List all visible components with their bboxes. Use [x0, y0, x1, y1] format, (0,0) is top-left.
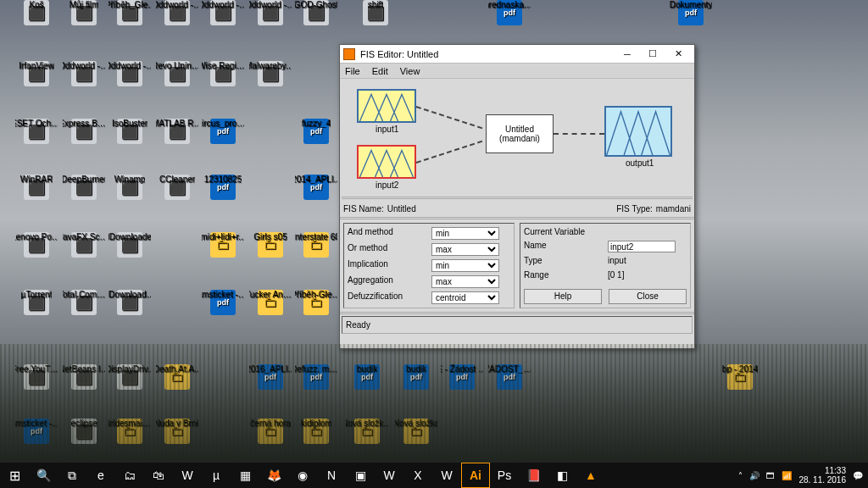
implication-select[interactable]: min: [431, 259, 499, 272]
desktop-icon[interactable]: shift: [354, 0, 397, 25]
desktop-icon[interactable]: budík: [346, 364, 388, 390]
desktop-icon[interactable]: Winamp: [108, 175, 151, 200]
desktop-icon[interactable]: Dokumenty: [670, 0, 712, 25]
edge-icon[interactable]: e: [86, 463, 115, 488]
desktop-icon[interactable]: 2016_APLI...: [249, 364, 292, 390]
chrome-taskbar-icon[interactable]: ◉: [288, 463, 317, 488]
defuzz-select[interactable]: centroid: [431, 291, 499, 304]
word-taskbar-icon[interactable]: W: [375, 463, 403, 488]
desktop-icon[interactable]: JavaFX Scene Builder 2.0: [63, 232, 105, 258]
tray-up-icon[interactable]: ˄: [738, 471, 743, 480]
desktop-icon[interactable]: Koš: [15, 0, 58, 25]
desktop-icon[interactable]: Nová složka: [395, 419, 437, 444]
tc-taskbar-icon[interactable]: ▦: [231, 463, 259, 488]
desktop-icon[interactable]: Wise Registry Cleaner: [202, 61, 244, 86]
input2-box[interactable]: [357, 145, 416, 179]
desktop-icon[interactable]: Můj film: [63, 0, 105, 25]
desktop-icon[interactable]: Příběh-Gle...-Mann-195...: [295, 290, 337, 315]
clock[interactable]: 11:33 28. 11. 2016: [798, 466, 846, 485]
desktop-icon[interactable]: ŽÁDOST_O...: [488, 364, 531, 390]
desktop-icon[interactable]: midi+lidi+r...: [202, 232, 244, 258]
system-tray[interactable]: ˄ 🔊 🗔 📶 11:33 28. 11. 2016 💬: [738, 466, 868, 485]
desktop-icon[interactable]: Total Commander: [63, 290, 105, 315]
desktop-icon[interactable]: prednaska_...: [488, 0, 531, 25]
or-method-select[interactable]: max: [431, 243, 499, 256]
and-method-select[interactable]: min: [431, 227, 499, 240]
word2-taskbar-icon[interactable]: W: [432, 463, 461, 488]
desktop-icon[interactable]: smsticket - Midi Lidi: [202, 290, 244, 315]
help-button[interactable]: Help: [524, 289, 602, 304]
desktop-icon[interactable]: bp - 2014: [719, 364, 761, 390]
titlebar[interactable]: FIS Editor: Untitled ─ ☐ ✕: [340, 45, 694, 64]
desktop-icon[interactable]: 2014_APLI...: [295, 175, 337, 200]
task-view-icon[interactable]: ⧉: [58, 463, 86, 488]
desktop-icon[interactable]: JDownloader: [108, 232, 151, 258]
search-icon[interactable]: 🔍: [29, 463, 58, 488]
desktop-icon[interactable]: ESET Ochrana b...: [15, 119, 58, 144]
desktop-icon[interactable]: DisplayDriv...: [108, 364, 151, 390]
desktop-icon[interactable]: JDownloader 2: [108, 290, 151, 315]
desktop-icon[interactable]: Oddworld - Munchs ...: [156, 0, 198, 25]
close-button[interactable]: ✕: [665, 47, 691, 62]
excel-taskbar-icon[interactable]: X: [403, 463, 432, 488]
desktop-icon[interactable]: Tucker And Dale vs Evil...: [249, 290, 292, 315]
desktop-icon[interactable]: Lenovo PowerDVD 10: [15, 232, 58, 258]
desktop-icon[interactable]: fuzzy_4: [295, 119, 337, 144]
output1-box[interactable]: [604, 106, 672, 157]
volume-icon[interactable]: 🔊: [749, 471, 760, 480]
terminal-taskbar-icon[interactable]: ▣: [346, 463, 375, 488]
photoshop-taskbar-icon[interactable]: Ps: [490, 463, 519, 488]
desktop-icon[interactable]: Free YouTube ...: [15, 364, 58, 390]
desktop-icon[interactable]: budik: [395, 364, 437, 390]
desktop-icon[interactable]: MATLAB R2014a: [156, 119, 198, 144]
notepadpp-taskbar-icon[interactable]: N: [317, 463, 346, 488]
curvar-name-input[interactable]: [608, 241, 676, 252]
desktop-icon[interactable]: Nová složka (2): [346, 419, 388, 444]
desktop-icon[interactable]: IsoBuster: [108, 119, 151, 144]
desktop-icon[interactable]: Defuzz. metody: [295, 364, 337, 390]
battery-icon[interactable]: 🗔: [766, 471, 775, 480]
desktop-icon[interactable]: Girls s05: [249, 232, 292, 258]
desktop-icon[interactable]: Bridesmaids (2011): [108, 419, 151, 444]
desktop-icon[interactable]: Malwareby... Anti-Malw...: [249, 61, 292, 86]
desktop-icon[interactable]: µTorrent: [15, 290, 58, 315]
wifi-icon[interactable]: 📶: [782, 471, 792, 480]
desktop-icon[interactable]: Příběh_Gle...: [108, 0, 151, 25]
start-button[interactable]: ⊞: [0, 463, 29, 488]
desktop-icon[interactable]: Oddworld - Abes Odd...: [63, 61, 105, 86]
desktop-icon[interactable]: circus_prob...: [202, 119, 244, 144]
store-icon[interactable]: 🛍: [144, 463, 173, 488]
desktop-icon[interactable]: Oddworld - Strangers ...: [202, 0, 244, 25]
desktop-icon[interactable]: kidiplom: [295, 419, 337, 444]
firefox-taskbar-icon[interactable]: 🦊: [259, 463, 288, 488]
menu-file[interactable]: File: [345, 66, 360, 76]
desktop-icon[interactable]: smsticket - MiG 21 - t...: [15, 419, 58, 444]
aggregation-select[interactable]: max: [431, 275, 499, 288]
minimize-button[interactable]: ─: [615, 47, 640, 62]
desktop-icon[interactable]: NetBeans IDE 8.0.2: [63, 364, 105, 390]
winamp-taskbar-icon[interactable]: W: [173, 463, 202, 488]
desktop-icon[interactable]: E - Žádost o změnu zá...: [441, 364, 483, 390]
rule-block[interactable]: Untitled (mamdani): [486, 114, 554, 153]
desktop-icon[interactable]: CCleaner: [156, 175, 198, 200]
netbeans-taskbar-icon[interactable]: ◧: [548, 463, 576, 488]
desktop-icon[interactable]: eclipse: [63, 419, 105, 444]
desktop-icon[interactable]: Interstate 60: [295, 232, 337, 258]
menu-edit[interactable]: Edit: [372, 66, 388, 76]
desktop-icon[interactable]: IrfanView: [15, 61, 58, 86]
desktop-icon[interactable]: Oddworld - New 'n' Tasty: [249, 0, 292, 25]
desktop-icon[interactable]: WinRAR: [15, 175, 58, 200]
desktop-icon[interactable]: Express Burn Disc Burni...: [63, 119, 105, 144]
desktop-icon[interactable]: černá hora: [249, 419, 292, 444]
desktop-icon[interactable]: Oddworld - Abes Exo...: [108, 61, 151, 86]
desktop-icon[interactable]: 12310825: [202, 175, 244, 200]
explorer-icon[interactable]: 🗂: [115, 463, 144, 488]
matlab-taskbar-icon[interactable]: ▲: [576, 463, 605, 488]
desktop-icon[interactable]: Revo Uninstaller: [156, 61, 198, 86]
desktop-icon[interactable]: Nuda v Brně: [156, 419, 198, 444]
menu-view[interactable]: View: [400, 66, 420, 76]
action-center-icon[interactable]: 💬: [853, 471, 863, 480]
desktop-icon[interactable]: Death.At.A...: [156, 364, 198, 390]
pdfviewer-taskbar-icon[interactable]: 📕: [519, 463, 548, 488]
illustrator-taskbar-icon[interactable]: Ai: [461, 463, 490, 488]
